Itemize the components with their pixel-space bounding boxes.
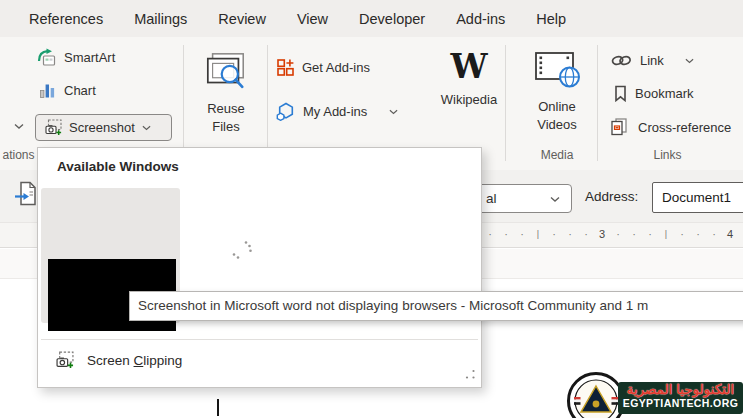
screenshot-label: Screenshot (69, 120, 135, 135)
chart-icon (39, 82, 56, 99)
illustrations-group-label: ations (0, 148, 37, 162)
chevron-down-icon (550, 196, 560, 203)
bookmark-icon (614, 85, 627, 102)
link-label: Link (640, 53, 664, 68)
ruler-tick: · (563, 228, 577, 240)
online-videos-label-line2: Videos (527, 116, 587, 134)
bookmark-button[interactable]: Bookmark (614, 85, 694, 102)
ruler-tick: · (483, 228, 497, 240)
get-addins-button[interactable]: Get Add-ins (277, 59, 370, 76)
media-group-label: Media (527, 148, 587, 162)
ruler-tick: · (611, 228, 625, 240)
my-addins-label: My Add-ins (303, 104, 367, 119)
ruler-tick: · (627, 228, 641, 240)
address-input[interactable]: Document1 (652, 182, 743, 213)
address-value: Document1 (662, 190, 731, 205)
online-videos-button[interactable]: Online Videos (527, 49, 587, 134)
menu-item-references[interactable]: References (29, 11, 103, 27)
resize-grip[interactable] (464, 368, 476, 380)
watermark-banner: التكنولوجيا المصرية EGYPTIANTECH.ORG (618, 382, 743, 414)
ruler-tick: · (643, 228, 657, 240)
smartart-label: SmartArt (64, 50, 115, 65)
link-button[interactable]: Link (611, 53, 694, 68)
smartart-icon (37, 48, 56, 67)
loading-spinner-icon (230, 238, 254, 262)
ruler-tick: 3 (595, 228, 609, 240)
menu-item-view[interactable]: View (297, 11, 328, 27)
screen-clipping-label: Screen Clipping (87, 353, 182, 368)
ribbon-separator (183, 45, 184, 161)
menu-item-mailings[interactable]: Mailings (134, 11, 187, 27)
ruler-tick: | (659, 229, 673, 239)
menu-bar: ReferencesMailingsReviewViewDeveloperAdd… (0, 0, 743, 37)
ribbon-separator (267, 45, 268, 161)
reuse-files-icon (204, 49, 248, 95)
watermark-arabic-text: التكنولوجيا المصرية (618, 382, 743, 397)
screen-clipping-menu-item[interactable]: Screen Clipping (40, 344, 479, 376)
ribbon-separator (505, 45, 506, 161)
text-caret (217, 399, 219, 416)
wikipedia-button[interactable]: W Wikipedia (430, 49, 508, 109)
ruler-tick: · (499, 228, 513, 240)
thumbnail-tooltip: Screenshot in Microsoft word not display… (129, 291, 743, 321)
online-videos-icon (533, 49, 581, 93)
wikipedia-icon: W (430, 49, 508, 85)
get-addins-icon (277, 59, 294, 76)
ruler-tick: · (547, 228, 561, 240)
watermark: التكنولوجيا المصرية EGYPTIANTECH.ORG (566, 369, 743, 418)
menu-item-add-ins[interactable]: Add-ins (456, 11, 505, 27)
available-windows-header: Available Windows (57, 159, 179, 174)
combobox-value: al (486, 191, 497, 206)
online-videos-label-line1: Online (527, 98, 587, 116)
tooltip-text: Screenshot in Microsoft word not display… (138, 298, 648, 313)
screenshot-dropdown-panel: Available Windows Screen Clipping (37, 147, 482, 388)
ruler-tick: · (675, 228, 689, 240)
wikipedia-label: Wikipedia (430, 91, 508, 109)
import-document-icon[interactable] (13, 180, 39, 207)
menu-item-developer[interactable]: Developer (359, 11, 425, 27)
screen-clipping-icon (56, 351, 74, 369)
smartart-button[interactable]: SmartArt (37, 48, 115, 67)
links-group-label: Links (625, 148, 710, 162)
screenshot-button[interactable]: Screenshot (35, 114, 172, 141)
ruler-tick: · (515, 228, 529, 240)
my-addins-icon (276, 102, 295, 121)
ruler-tick: 4 (723, 228, 737, 240)
reuse-files-button[interactable]: Reuse Files (201, 49, 251, 136)
chevron-down-icon[interactable] (14, 123, 24, 130)
ruler-tick: | (531, 229, 545, 239)
ribbon-separator (597, 45, 598, 161)
address-label: Address: (585, 189, 638, 204)
my-addins-button[interactable]: My Add-ins (276, 102, 398, 121)
get-addins-label: Get Add-ins (302, 60, 370, 75)
reuse-files-label-line1: Reuse (201, 100, 251, 118)
screenshot-icon (45, 119, 62, 136)
chevron-down-icon (685, 58, 694, 64)
cross-reference-label: Cross-reference (638, 120, 731, 135)
cross-reference-icon (610, 118, 630, 136)
menu-item-help[interactable]: Help (536, 11, 566, 27)
ruler-tick: · (579, 228, 593, 240)
cross-reference-button[interactable]: Cross-reference (610, 118, 731, 136)
chart-label: Chart (64, 83, 96, 98)
panel-divider (41, 339, 478, 340)
ruler-tick: · (691, 228, 705, 240)
link-icon (611, 53, 632, 68)
egyptiantech-badge-icon (566, 371, 626, 418)
ruler-tick: · (707, 228, 721, 240)
bookmark-label: Bookmark (635, 86, 694, 101)
watermark-site-text: EGYPTIANTECH.ORG (618, 397, 743, 410)
menu-item-review[interactable]: Review (218, 11, 266, 27)
chevron-down-icon (142, 125, 151, 131)
chevron-down-icon (389, 109, 398, 115)
reuse-files-label-line2: Files (201, 118, 251, 136)
chart-button[interactable]: Chart (39, 82, 96, 99)
